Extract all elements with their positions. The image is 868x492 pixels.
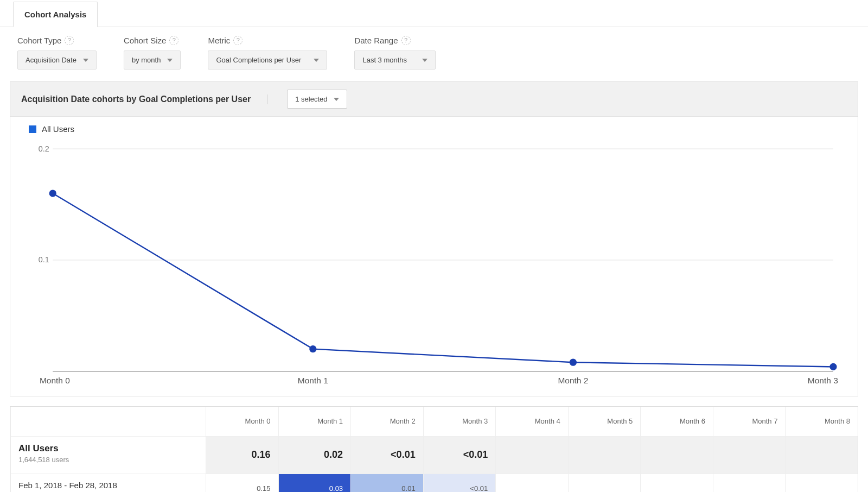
filter-date-range-dropdown[interactable]: Last 3 months bbox=[354, 51, 436, 70]
table-header-cell: Month 8 bbox=[785, 407, 858, 436]
dropdown-value: Acquisition Date bbox=[25, 56, 76, 64]
legend-series-label: All Users bbox=[42, 124, 74, 134]
help-icon[interactable]: ? bbox=[233, 36, 242, 45]
table-corner-cell bbox=[10, 407, 206, 436]
chart-legend: All Users bbox=[10, 117, 858, 134]
table-header-row: Month 0Month 1Month 2Month 3Month 4Month… bbox=[10, 407, 858, 437]
value-cell bbox=[785, 437, 858, 474]
value-cell: 0.01 bbox=[350, 474, 423, 492]
svg-point-11 bbox=[570, 359, 577, 366]
legend-swatch-icon bbox=[29, 125, 36, 133]
value-cell: 0.15 bbox=[206, 474, 278, 492]
chevron-down-icon bbox=[422, 59, 427, 62]
chevron-down-icon bbox=[334, 98, 339, 101]
table-row: All Users1,644,518 users0.160.02<0.01<0.… bbox=[10, 437, 858, 474]
value-cell bbox=[713, 474, 786, 492]
filter-cohort-size-dropdown[interactable]: by month bbox=[124, 51, 181, 70]
table-header-cell: Month 4 bbox=[495, 407, 568, 436]
svg-text:Month 3: Month 3 bbox=[808, 376, 838, 385]
chart-panel: Acquisition Date cohorts by Goal Complet… bbox=[10, 81, 858, 396]
series-selector-dropdown[interactable]: 1 selected bbox=[287, 90, 347, 109]
filter-cohort-type-group: Cohort Type ? Acquisition Date bbox=[17, 36, 97, 70]
chevron-down-icon bbox=[83, 59, 88, 62]
panel-header: Acquisition Date cohorts by Goal Complet… bbox=[10, 82, 858, 117]
value-cell bbox=[568, 474, 641, 492]
help-icon[interactable]: ? bbox=[65, 36, 74, 45]
filter-metric-label: Metric ? bbox=[208, 36, 327, 45]
table-row: Feb 1, 2018 - Feb 28, 2018508,988 users0… bbox=[10, 474, 858, 492]
label-text: Metric bbox=[208, 36, 230, 45]
dropdown-value: 1 selected bbox=[295, 95, 327, 103]
filter-cohort-type-dropdown[interactable]: Acquisition Date bbox=[17, 51, 97, 70]
filter-cohort-type-label: Cohort Type ? bbox=[17, 36, 97, 45]
filter-date-range-label: Date Range ? bbox=[354, 36, 436, 45]
value-cell: <0.01 bbox=[350, 437, 423, 474]
label-text: Cohort Type bbox=[17, 36, 61, 45]
dropdown-value: Last 3 months bbox=[362, 56, 407, 64]
filter-cohort-size-group: Cohort Size ? by month bbox=[124, 36, 181, 70]
value-cell bbox=[713, 437, 786, 474]
cohort-table: Month 0Month 1Month 2Month 3Month 4Month… bbox=[10, 406, 858, 492]
chevron-down-icon bbox=[167, 59, 173, 62]
svg-text:Month 0: Month 0 bbox=[40, 376, 70, 385]
dropdown-value: by month bbox=[132, 56, 161, 64]
value-cell bbox=[640, 474, 713, 492]
svg-point-10 bbox=[309, 345, 316, 352]
label-text: Cohort Size bbox=[124, 36, 166, 45]
filter-metric-group: Metric ? Goal Completions per User bbox=[208, 36, 327, 70]
line-chart: 0.10.2Month 0Month 1Month 2Month 3 bbox=[29, 137, 839, 389]
value-cell: <0.01 bbox=[423, 437, 496, 474]
value-cell bbox=[785, 474, 858, 492]
table-header-cell: Month 7 bbox=[713, 407, 786, 436]
filter-date-range-group: Date Range ? Last 3 months bbox=[354, 36, 436, 70]
value-cell: 0.16 bbox=[206, 437, 278, 474]
value-cell: 0.03 bbox=[278, 474, 351, 492]
filter-metric-dropdown[interactable]: Goal Completions per User bbox=[208, 51, 327, 70]
panel-title: Acquisition Date cohorts by Goal Complet… bbox=[21, 94, 267, 104]
row-label: Feb 1, 2018 - Feb 28, 2018 bbox=[18, 481, 117, 490]
table-header-cell: Month 2 bbox=[350, 407, 423, 436]
row-label: All Users bbox=[18, 443, 59, 454]
svg-point-9 bbox=[49, 190, 56, 197]
svg-text:0.1: 0.1 bbox=[39, 255, 49, 264]
table-header-cell: Month 5 bbox=[568, 407, 641, 436]
filter-cohort-size-label: Cohort Size ? bbox=[124, 36, 181, 45]
table-header-cell: Month 6 bbox=[640, 407, 713, 436]
table-header-cell: Month 1 bbox=[278, 407, 351, 436]
row-label-cell: All Users1,644,518 users bbox=[10, 437, 206, 474]
svg-point-12 bbox=[829, 363, 837, 370]
svg-text:Month 1: Month 1 bbox=[298, 376, 328, 385]
dropdown-value: Goal Completions per User bbox=[216, 56, 301, 64]
row-label-cell: Feb 1, 2018 - Feb 28, 2018508,988 users bbox=[10, 474, 206, 492]
table-header-cell: Month 0 bbox=[206, 407, 278, 436]
svg-text:Month 2: Month 2 bbox=[558, 376, 588, 385]
svg-text:0.2: 0.2 bbox=[39, 144, 49, 153]
tabbar: Cohort Analysis bbox=[0, 0, 868, 27]
chart-wrap: 0.10.2Month 0Month 1Month 2Month 3 bbox=[10, 134, 858, 396]
chevron-down-icon bbox=[314, 59, 319, 62]
value-cell bbox=[568, 437, 641, 474]
filters-row: Cohort Type ? Acquisition Date Cohort Si… bbox=[0, 27, 868, 81]
help-icon[interactable]: ? bbox=[401, 36, 411, 45]
value-cell: 0.02 bbox=[278, 437, 351, 474]
table-header-cell: Month 3 bbox=[423, 407, 496, 436]
help-icon[interactable]: ? bbox=[169, 36, 178, 45]
value-cell: <0.01 bbox=[423, 474, 496, 492]
value-cell bbox=[495, 474, 568, 492]
tab-cohort-analysis[interactable]: Cohort Analysis bbox=[13, 2, 98, 27]
value-cell bbox=[495, 437, 568, 474]
row-sublabel: 1,644,518 users bbox=[18, 456, 69, 464]
value-cell bbox=[640, 437, 713, 474]
label-text: Date Range bbox=[354, 36, 398, 45]
